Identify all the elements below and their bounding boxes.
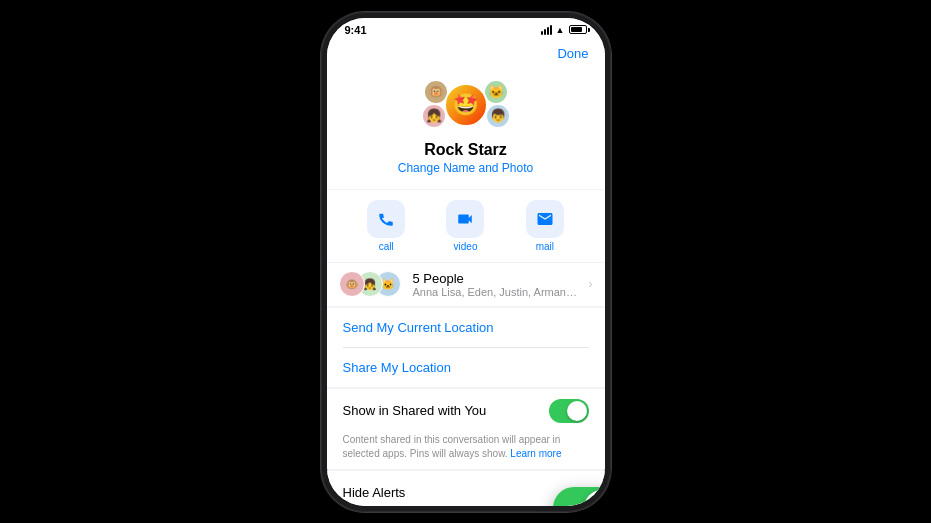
group-info: 🐵 👧 🤩 🐱 👦 Rock Starz Change Name and Pho… — [327, 69, 605, 189]
status-bar: 9:41 ▲ — [327, 18, 605, 40]
members-info: 5 People Anna Lisa, Eden, Justin, Arman… — [401, 271, 581, 298]
status-icons: ▲ — [541, 25, 587, 35]
shared-with-you-section: Show in Shared with You Content shared i… — [327, 389, 605, 469]
status-time: 9:41 — [345, 24, 367, 36]
zoomed-toggle-knob — [584, 490, 605, 506]
mail-label: mail — [536, 241, 554, 252]
call-label: call — [379, 241, 394, 252]
avatar-cluster: 🐵 👧 🤩 🐱 👦 — [421, 75, 511, 135]
shared-with-you-row: Show in Shared with You — [327, 389, 605, 433]
hide-alerts-label: Hide Alerts — [343, 485, 406, 500]
send-location-label: Send My Current Location — [343, 320, 494, 335]
toggle-knob-shared — [567, 401, 587, 421]
call-icon-wrap — [367, 200, 405, 238]
phone-screen: 9:41 ▲ Done 🐵 👧 — [327, 18, 605, 506]
members-row[interactable]: 🐵 👧 🐱 5 People Anna Lisa, Eden, Justin, … — [327, 263, 605, 306]
video-label: video — [454, 241, 478, 252]
mail-icon — [536, 210, 554, 228]
group-name: Rock Starz — [424, 141, 507, 159]
member-av-1: 🐵 — [339, 271, 365, 297]
members-avatars: 🐵 👧 🐱 — [339, 271, 393, 297]
mail-button[interactable]: mail — [526, 200, 564, 252]
shared-with-you-label: Show in Shared with You — [343, 403, 487, 418]
video-icon-wrap — [446, 200, 484, 238]
wifi-icon: ▲ — [556, 25, 565, 35]
send-location-row[interactable]: Send My Current Location — [327, 308, 605, 347]
video-icon — [456, 210, 474, 228]
video-button[interactable]: video — [446, 200, 484, 252]
phone-icon — [377, 210, 395, 228]
change-name-photo-link[interactable]: Change Name and Photo — [398, 161, 533, 175]
mail-icon-wrap — [526, 200, 564, 238]
avatar-member-4: 👦 — [485, 103, 511, 129]
signal-icon — [541, 25, 552, 35]
battery-icon — [569, 25, 587, 34]
avatar-main: 🤩 — [444, 83, 488, 127]
shared-with-you-toggle[interactable] — [549, 399, 589, 423]
members-chevron-icon: › — [589, 277, 593, 291]
members-names: Anna Lisa, Eden, Justin, Arman… — [413, 286, 581, 298]
call-button[interactable]: call — [367, 200, 405, 252]
action-buttons: call video mail — [327, 190, 605, 262]
shared-with-you-desc: Content shared in this conversation will… — [327, 433, 605, 469]
share-location-row[interactable]: Share My Location — [327, 348, 605, 387]
location-section: Send My Current Location Share My Locati… — [327, 308, 605, 387]
hide-alerts-section: Hide Alerts — [327, 471, 605, 506]
scroll-section: 🐵 👧 🐱 5 People Anna Lisa, Eden, Justin, … — [327, 262, 605, 506]
done-button[interactable]: Done — [557, 46, 588, 61]
share-location-label: Share My Location — [343, 360, 451, 375]
members-count: 5 People — [413, 271, 581, 286]
learn-more-link[interactable]: Learn more — [510, 448, 561, 459]
phone-device: 9:41 ▲ Done 🐵 👧 — [321, 12, 611, 512]
header: Done — [327, 40, 605, 69]
